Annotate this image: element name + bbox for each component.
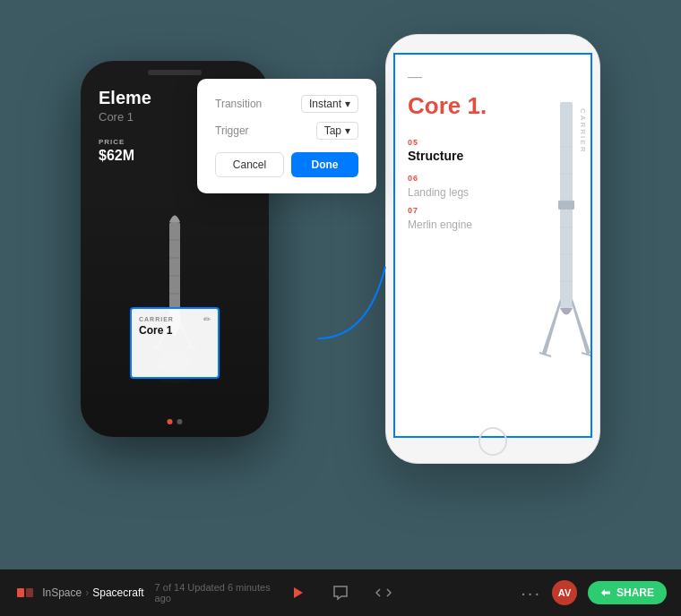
title-text: Core 1 (408, 92, 480, 119)
phones-wrapper: Eleme Core 1 PRICE $62M (81, 34, 600, 535)
transition-popup: Transition Instant ▾ Trigger Tap ▾ Cance… (197, 79, 376, 193)
phone-dark-header: Eleme Core 1 PRICE $62M (99, 88, 151, 164)
svg-rect-1 (26, 588, 33, 597)
toolbar-meta: 7 of 14 Updated 6 minutes ago (155, 582, 285, 603)
selected-title: Core 1 (139, 324, 211, 337)
transition-select[interactable]: Instant ▾ (301, 95, 358, 113)
comment-button[interactable] (328, 580, 353, 605)
dot-inactive (177, 419, 183, 424)
done-button[interactable]: Done (291, 152, 358, 177)
edit-icon: ✏ (203, 314, 211, 324)
phone-dark-subtitle: Core 1 (99, 110, 151, 124)
cancel-button[interactable]: Cancel (215, 152, 284, 177)
project-name[interactable]: InSpace (42, 586, 82, 599)
home-button[interactable] (478, 427, 507, 456)
white-phone-rocket (526, 55, 592, 436)
svg-marker-2 (294, 587, 303, 598)
toolbar-right: ··· AV SHARE (396, 580, 667, 605)
toolbar-center (285, 580, 396, 605)
transition-label: Transition (215, 98, 262, 110)
title-dot: . (480, 92, 487, 119)
svg-marker-3 (601, 589, 610, 596)
chevron-down-icon: ▾ (345, 98, 350, 110)
phone-notch (148, 70, 202, 75)
page-name[interactable]: Spacecraft (92, 586, 143, 599)
toolbar-info: 7 of 14 Updated 6 minutes ago (155, 582, 285, 603)
phone-white: — Core 1. 05 Structure 06 Landing legs 0… (385, 34, 600, 464)
phone-dark-title: Eleme (99, 88, 151, 108)
share-button[interactable]: SHARE (588, 581, 667, 604)
popup-buttons: Cancel Done (215, 152, 358, 177)
page-dots (168, 419, 183, 424)
trigger-label: Trigger (215, 124, 249, 137)
svg-rect-15 (558, 201, 574, 210)
breadcrumb: InSpace › Spacecraft (42, 586, 143, 599)
chevron-down-icon-2: ▾ (345, 124, 350, 137)
dot-active (168, 419, 173, 424)
trigger-select[interactable]: Tap ▾ (316, 122, 358, 140)
share-label: SHARE (616, 586, 654, 599)
status-bar (386, 35, 599, 53)
trigger-value: Tap (324, 124, 341, 137)
transition-row: Transition Instant ▾ (215, 95, 358, 113)
carrier-label-dark: CARRIER (139, 316, 211, 322)
toolbar: InSpace › Spacecraft 7 of 14 Updated 6 m… (0, 569, 681, 616)
trigger-row: Trigger Tap ▾ (215, 122, 358, 140)
svg-rect-0 (17, 588, 24, 597)
play-button[interactable] (285, 580, 310, 605)
logo-icon (14, 582, 35, 603)
phone-screen: — Core 1. 05 Structure 06 Landing legs 0… (393, 53, 592, 438)
toolbar-left: InSpace › Spacecraft 7 of 14 Updated 6 m… (14, 582, 285, 603)
avatar: AV (552, 580, 577, 605)
breadcrumb-separator: › (85, 586, 89, 599)
transition-value: Instant (309, 98, 341, 110)
price-value: $62M (99, 148, 151, 164)
price-label: PRICE (99, 138, 151, 146)
main-content: Eleme Core 1 PRICE $62M (0, 0, 681, 569)
selected-element-box[interactable]: ✏ CARRIER Core 1 (130, 307, 220, 379)
code-button[interactable] (371, 580, 396, 605)
more-options-button[interactable]: ··· (521, 583, 541, 603)
